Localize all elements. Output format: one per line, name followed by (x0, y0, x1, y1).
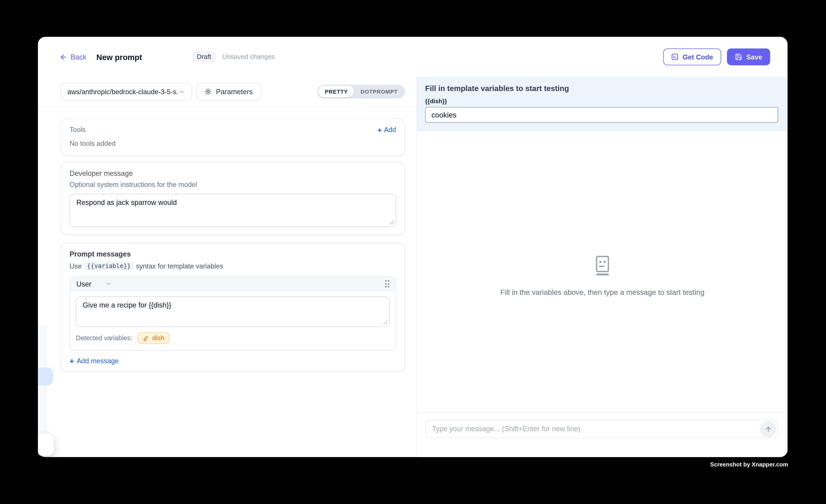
parameters-button[interactable]: Parameters (196, 83, 261, 101)
variable-chip-dish[interactable]: dish (137, 332, 170, 344)
editor-toolbar: aws/anthropic/bedrock-claude-3-5-s... Pa… (38, 77, 417, 107)
toggle-pretty[interactable]: PRETTY (318, 86, 354, 98)
developer-message-input[interactable]: Respond as jack sparrow would (69, 194, 396, 227)
save-icon (734, 53, 742, 60)
prompt-messages-card: Prompt messages Use {{variable}} syntax … (61, 243, 405, 372)
template-variables-header: Fill in template variables to start test… (417, 77, 787, 131)
message-block: User Give me a recipe for {{dish}} (69, 276, 396, 351)
detected-variables-label: Detected variables: (76, 334, 132, 342)
arrow-left-icon (60, 53, 67, 61)
add-tool-label: Add (384, 126, 396, 134)
chat-message-input[interactable] (426, 420, 777, 438)
developer-message-card: Developer message Optional system instru… (61, 162, 405, 235)
page-title: New prompt (97, 52, 142, 61)
editor-content: Tools + Add No tools added Developer mes… (38, 107, 417, 457)
plus-icon: + (377, 126, 382, 133)
model-select[interactable]: aws/anthropic/bedrock-claude-3-5-s... (61, 83, 192, 101)
back-label: Back (71, 53, 86, 61)
test-panel: Fill in template variables to start test… (417, 77, 787, 457)
role-select[interactable]: User (76, 280, 92, 288)
chevron-down-icon (179, 88, 185, 95)
terminal-square-icon (671, 53, 678, 60)
variable-syntax-chip: {{variable}} (84, 262, 133, 270)
view-mode-toggle: PRETTY DOTPROMPT (317, 85, 405, 99)
save-button[interactable]: Save (727, 48, 770, 65)
chat-area: Fill in the variables above, then type a… (417, 131, 787, 412)
header: Back New prompt Draft Unsaved changes Ge… (38, 37, 787, 77)
watermark-text: Screenshot by Xnapper.com (710, 461, 788, 467)
prompt-editor-panel: aws/anthropic/bedrock-claude-3-5-s... Pa… (38, 77, 417, 457)
chat-empty-text: Fill in the variables above, then type a… (500, 288, 705, 297)
get-code-button[interactable]: Get Code (663, 48, 721, 65)
send-button[interactable] (760, 421, 776, 437)
developer-message-subtitle: Optional system instructions for the mod… (69, 181, 396, 188)
chevron-down-icon (105, 281, 112, 287)
pencil-icon (143, 335, 149, 341)
message-role-row: User (70, 277, 396, 291)
drag-handle-icon[interactable] (385, 280, 389, 288)
gear-icon (204, 88, 212, 95)
arrow-up-icon (764, 425, 772, 433)
header-actions: Get Code Save (663, 48, 770, 65)
robot-icon (500, 255, 705, 276)
test-panel-title: Fill in template variables to start test… (425, 84, 778, 93)
tools-title: Tools (69, 126, 85, 134)
variable-value-input[interactable] (425, 107, 778, 123)
app-window: Back New prompt Draft Unsaved changes Ge… (38, 37, 787, 457)
tools-empty-text: No tools added (69, 140, 396, 147)
hint-prefix: Use (69, 262, 82, 270)
variable-name-label: {{dish}} (425, 98, 778, 104)
hint-suffix: syntax for template variables (136, 262, 223, 270)
prompt-messages-title: Prompt messages (69, 250, 396, 258)
background-popover (38, 433, 54, 456)
background-selected-item (38, 368, 53, 385)
prompt-messages-hint: Use {{variable}} syntax for template var… (69, 262, 396, 270)
toggle-dotprompt[interactable]: DOTPROMPT (354, 86, 404, 98)
body: aws/anthropic/bedrock-claude-3-5-s... Pa… (38, 77, 787, 457)
add-tool-button[interactable]: + Add (377, 126, 396, 134)
tools-card: Tools + Add No tools added (61, 118, 405, 156)
chat-input-bar (417, 412, 787, 457)
add-message-label: Add message (77, 357, 119, 365)
message-text-input[interactable]: Give me a recipe for {{dish}} (76, 297, 390, 327)
message-body: Give me a recipe for {{dish}} Detected v… (70, 291, 396, 350)
chat-input-wrap (425, 420, 778, 438)
detected-variables-row: Detected variables: dish (76, 332, 390, 344)
plus-icon: + (69, 357, 74, 365)
model-select-value: aws/anthropic/bedrock-claude-3-5-s... (67, 87, 179, 96)
stage: Back New prompt Draft Unsaved changes Ge… (0, 0, 826, 504)
save-label: Save (746, 53, 762, 61)
back-button[interactable]: Back (60, 53, 86, 61)
parameters-label: Parameters (216, 87, 253, 96)
unsaved-changes-label: Unsaved changes (222, 53, 275, 60)
chat-empty-state: Fill in the variables above, then type a… (500, 255, 705, 297)
get-code-label: Get Code (683, 53, 713, 61)
status-badge: Draft (192, 51, 216, 63)
variable-chip-label: dish (152, 334, 164, 342)
developer-message-title: Developer message (69, 170, 396, 178)
add-message-button[interactable]: + Add message (69, 357, 396, 365)
